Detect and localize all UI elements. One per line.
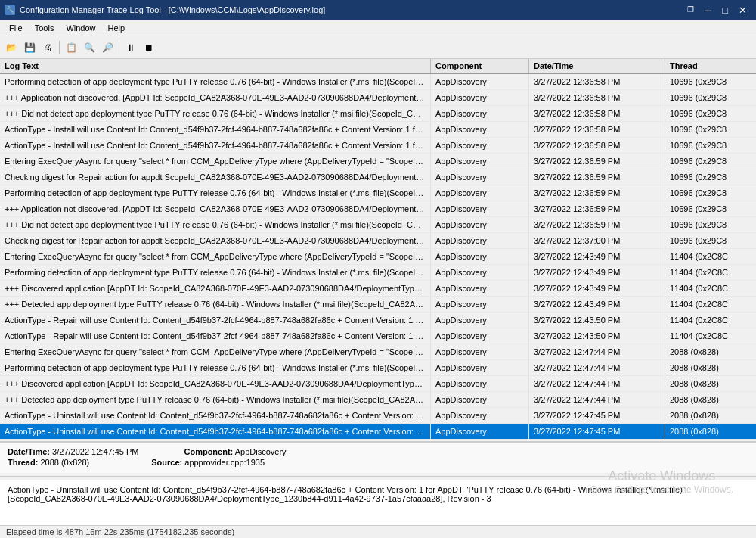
col-header-datetime[interactable]: Date/Time — [529, 59, 665, 73]
log-cell-datetime: 3/27/2022 12:36:59 PM — [529, 217, 665, 232]
stop-button[interactable]: ⏹ — [141, 39, 157, 56]
log-cell-thread: 11404 (0x2C8C — [665, 265, 756, 280]
log-cell-component: AppDiscovery — [431, 376, 529, 391]
log-cell-component: AppDiscovery — [431, 408, 529, 423]
highlight-button[interactable]: 🔎 — [99, 39, 116, 56]
open-button[interactable]: 📂 — [3, 39, 20, 56]
log-cell-thread: 11404 (0x2C8C — [665, 297, 756, 312]
log-cell-datetime: 3/27/2022 12:36:59 PM — [529, 201, 665, 216]
menu-window[interactable]: Window — [60, 22, 101, 34]
log-cell-text: +++ Did not detect app deployment type P… — [0, 217, 431, 232]
table-row[interactable]: ActionType - Repair will use Content Id:… — [0, 328, 756, 344]
log-table-container: Log Text Component Date/Time Thread Perf… — [0, 59, 756, 442]
log-cell-datetime: 3/27/2022 12:36:58 PM — [529, 138, 665, 153]
log-cell-text: ActionType - Repair will use Content Id:… — [0, 328, 431, 344]
log-cell-component: AppDiscovery — [431, 297, 529, 312]
log-cell-text: Performing detection of app deployment t… — [0, 360, 431, 375]
log-cell-component: AppDiscovery — [431, 424, 529, 439]
log-cell-thread: 11404 (0x2C8C — [665, 313, 756, 328]
find-button[interactable]: 🔍 — [81, 39, 98, 56]
log-cell-component: AppDiscovery — [431, 138, 529, 153]
log-cell-component: AppDiscovery — [431, 217, 529, 232]
detail-separator — [0, 476, 756, 477]
table-row[interactable]: ActionType - Install will use Content Id… — [0, 122, 756, 138]
log-cell-component: AppDiscovery — [431, 233, 529, 248]
table-row[interactable]: +++ Detected app deployment type PuTTY r… — [0, 392, 756, 408]
table-row[interactable]: ActionType - Install will use Content Id… — [0, 138, 756, 154]
table-row[interactable]: Entering ExecQueryAsync for query "selec… — [0, 249, 756, 265]
table-row[interactable]: Checking digest for Repair action for ap… — [0, 169, 756, 185]
toolbar-sep-1 — [59, 41, 60, 54]
minimize-button[interactable]: ─ — [700, 5, 716, 15]
table-row[interactable]: ActionType - Repair will use Content Id:… — [0, 313, 756, 328]
log-cell-thread: 10696 (0x29C8 — [665, 106, 756, 121]
table-row[interactable]: Entering ExecQueryAsync for query "selec… — [0, 344, 756, 360]
log-cell-thread: 2088 (0x828) — [665, 392, 756, 407]
log-cell-text: Checking digest for Repair action for ap… — [0, 169, 431, 185]
save-button[interactable]: 💾 — [21, 39, 38, 56]
log-cell-text: Performing detection of app deployment t… — [0, 185, 431, 201]
log-cell-datetime: 3/27/2022 12:47:44 PM — [529, 344, 665, 359]
log-cell-datetime: 3/27/2022 12:36:58 PM — [529, 90, 665, 105]
table-row[interactable]: +++ Discovered application [AppDT Id: Sc… — [0, 376, 756, 392]
log-cell-datetime: 3/27/2022 12:43:49 PM — [529, 249, 665, 264]
thread-value: 2088 (0x828) — [40, 458, 89, 467]
table-row[interactable]: ActionType - Uninstall will use Content … — [0, 408, 756, 424]
table-row[interactable]: +++ Detected app deployment type PuTTY r… — [0, 297, 756, 313]
log-cell-datetime: 3/27/2022 12:43:50 PM — [529, 313, 665, 328]
title-bar: 🔧 Configuration Manager Trace Log Tool -… — [0, 0, 756, 20]
log-cell-thread: 11404 (0x2C8C — [665, 249, 756, 264]
log-cell-component: AppDiscovery — [431, 90, 529, 105]
log-cell-component: AppDiscovery — [431, 201, 529, 216]
title-bar-text: Configuration Manager Trace Log Tool - [… — [20, 5, 325, 14]
log-cell-datetime: 3/27/2022 12:36:58 PM — [529, 106, 665, 121]
menu-tools[interactable]: Tools — [29, 22, 60, 34]
log-cell-thread: 2088 (0x828) — [665, 424, 756, 439]
log-cell-component: AppDiscovery — [431, 74, 529, 89]
table-row[interactable]: +++ Application not discovered. [AppDT I… — [0, 201, 756, 217]
table-row[interactable]: ActionType - Uninstall will use Content … — [0, 424, 756, 440]
table-row[interactable]: Performing detection of app deployment t… — [0, 360, 756, 376]
pause-button[interactable]: ⏸ — [122, 39, 139, 56]
log-cell-thread: 10696 (0x29C8 — [665, 138, 756, 153]
restore-button[interactable]: ❐ — [683, 5, 699, 15]
table-row[interactable]: +++ Did not detect app deployment type P… — [0, 106, 756, 122]
log-cell-datetime: 3/27/2022 12:37:00 PM — [529, 233, 665, 248]
table-row[interactable]: Checking digest for Repair action for ap… — [0, 233, 756, 249]
log-cell-thread: 10696 (0x29C8 — [665, 74, 756, 89]
log-cell-datetime: 3/27/2022 12:36:59 PM — [529, 154, 665, 169]
log-cell-thread: 11404 (0x2C8C — [665, 328, 756, 344]
log-cell-datetime: 3/27/2022 12:36:59 PM — [529, 185, 665, 201]
print-button[interactable]: 🖨 — [39, 39, 56, 56]
log-cell-text: ActionType - Repair will use Content Id:… — [0, 313, 431, 328]
col-header-thread[interactable]: Thread — [665, 59, 756, 73]
table-row[interactable]: Entering ExecQueryAsync for query "selec… — [0, 154, 756, 169]
log-cell-text: +++ Discovered application [AppDT Id: Sc… — [0, 281, 431, 296]
log-cell-text: +++ Detected app deployment type PuTTY r… — [0, 297, 431, 312]
log-table-body[interactable]: Performing detection of app deployment t… — [0, 74, 756, 441]
table-row[interactable]: Performing detection of app deployment t… — [0, 185, 756, 201]
table-row[interactable]: +++ Application not discovered. [AppDT I… — [0, 90, 756, 106]
maximize-button[interactable]: □ — [717, 5, 733, 15]
log-cell-text: +++ Did not detect app deployment type P… — [0, 106, 431, 121]
col-header-logtext[interactable]: Log Text — [0, 59, 431, 73]
detail-panel: Date/Time: 3/27/2022 12:47:45 PM Compone… — [0, 442, 756, 473]
log-cell-datetime: 3/27/2022 12:43:49 PM — [529, 265, 665, 280]
col-header-component[interactable]: Component — [431, 59, 529, 73]
log-cell-thread: 10696 (0x29C8 — [665, 233, 756, 248]
table-row[interactable]: +++ Did not detect app deployment type P… — [0, 217, 756, 233]
copy-button[interactable]: 📋 — [63, 39, 79, 56]
log-cell-thread: 2088 (0x828) — [665, 376, 756, 391]
menu-file[interactable]: File — [3, 22, 29, 34]
log-cell-thread: 2088 (0x828) — [665, 408, 756, 423]
log-cell-text: +++ Application not discovered. [AppDT I… — [0, 201, 431, 216]
table-row[interactable]: Performing detection of app deployment t… — [0, 74, 756, 90]
log-cell-text: Performing detection of app deployment t… — [0, 265, 431, 280]
toolbar: 📂 💾 🖨 📋 🔍 🔎 ⏸ ⏹ — [0, 36, 756, 59]
menu-help[interactable]: Help — [102, 22, 132, 34]
close-button[interactable]: ✕ — [734, 5, 751, 15]
table-row[interactable]: +++ Discovered application [AppDT Id: Sc… — [0, 281, 756, 297]
log-cell-datetime: 3/27/2022 12:36:59 PM — [529, 169, 665, 185]
table-row[interactable]: Performing detection of app deployment t… — [0, 265, 756, 281]
log-cell-datetime: 3/27/2022 12:43:50 PM — [529, 328, 665, 344]
